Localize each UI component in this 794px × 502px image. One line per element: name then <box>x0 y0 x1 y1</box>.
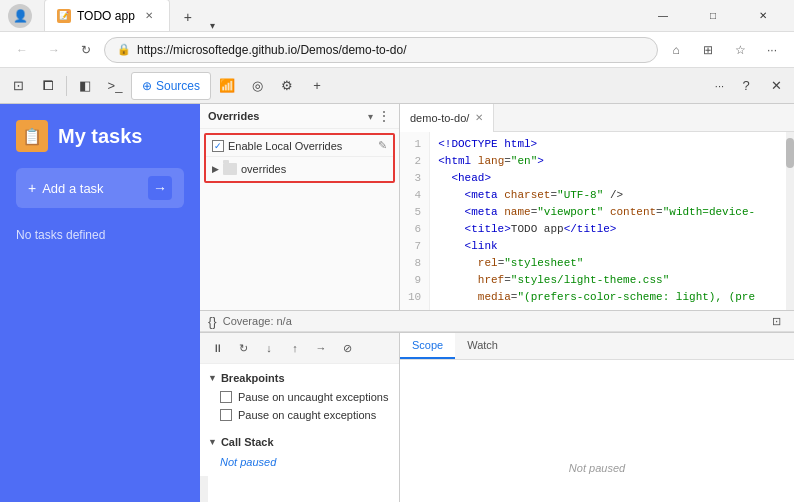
help-button[interactable]: ? <box>732 72 760 100</box>
tab-close-button[interactable]: ✕ <box>141 8 157 24</box>
console-icon[interactable]: >_ <box>101 72 129 100</box>
editor-tab-label: demo-to-do/ <box>410 112 469 124</box>
main-area: 📋 My tasks + Add a task → No tasks defin… <box>0 104 794 502</box>
inspect-element-button[interactable]: ⊡ <box>4 72 32 100</box>
not-paused-text: Not paused <box>208 452 391 472</box>
code-line-9: href="styles/light-theme.css" <box>438 272 778 289</box>
step-into-button[interactable]: ↓ <box>258 337 280 359</box>
todo-header: 📋 My tasks <box>16 120 184 152</box>
code-line-5: <meta name="viewport" content="width=dev… <box>438 204 778 221</box>
step-out-button[interactable]: ↑ <box>284 337 306 359</box>
sources-sidebar: Overrides ▾ ⋮ Enable Local Overrides ✎ ▶ <box>200 104 400 310</box>
user-icon: 👤 <box>8 4 32 28</box>
line-numbers: 12345 678910 <box>400 132 430 310</box>
more-button[interactable]: ··· <box>758 36 786 64</box>
step-over-button[interactable]: ↻ <box>232 337 254 359</box>
network-icon[interactable]: 📶 <box>213 72 241 100</box>
extensions-button[interactable]: ⊞ <box>694 36 722 64</box>
add-tab-icon[interactable]: + <box>303 72 331 100</box>
devtools-panel: Overrides ▾ ⋮ Enable Local Overrides ✎ ▶ <box>200 104 794 502</box>
coverage-icon: {} <box>208 314 217 329</box>
refresh-button[interactable]: ↻ <box>72 36 100 64</box>
bottom-left-content: ▼ Breakpoints Pause on uncaught exceptio… <box>200 364 399 476</box>
pause-uncaught-item: Pause on uncaught exceptions <box>208 388 391 406</box>
coverage-bar: {} Coverage: n/a ⊡ <box>200 311 794 332</box>
todo-title: My tasks <box>58 125 143 148</box>
editor-tab-close[interactable]: ✕ <box>475 112 483 123</box>
performance-icon[interactable]: ◎ <box>243 72 271 100</box>
step-button[interactable]: → <box>310 337 332 359</box>
back-button[interactable]: ← <box>8 36 36 64</box>
tab-title: TODO app <box>77 9 135 23</box>
empty-tasks-message: No tasks defined <box>16 228 184 242</box>
code-content[interactable]: <!DOCTYPE html> <html lang="en"> <head> … <box>430 132 786 310</box>
add-task-label: Add a task <box>42 181 103 196</box>
edit-overrides-icon[interactable]: ✎ <box>378 139 387 152</box>
panel-more-button[interactable]: ⋮ <box>377 108 391 124</box>
sources-sidebar-header: Overrides ▾ ⋮ <box>200 104 399 129</box>
code-line-7: <link <box>438 238 778 255</box>
favorites-button[interactable]: ☆ <box>726 36 754 64</box>
pause-caught-checkbox[interactable] <box>220 409 232 421</box>
enable-overrides-checkbox[interactable] <box>212 140 224 152</box>
pause-uncaught-checkbox[interactable] <box>220 391 232 403</box>
watch-tab[interactable]: Watch <box>455 333 510 359</box>
coverage-action-button[interactable]: ⊡ <box>766 311 786 331</box>
code-line-4: <meta charset="UTF-8" /> <box>438 187 778 204</box>
tab-dropdown-button[interactable]: ▾ <box>206 20 219 31</box>
todo-app-icon: 📋 <box>16 120 48 152</box>
more-tools-button[interactable]: ··· <box>709 72 730 100</box>
bottom-left-scrollbar[interactable] <box>200 476 208 502</box>
window-controls: — □ ✕ <box>640 0 786 32</box>
bottom-toolbar: ⏸ ↻ ↓ ↑ → ⊘ <box>200 333 399 364</box>
lock-icon: 🔒 <box>117 43 131 56</box>
maximize-button[interactable]: □ <box>690 0 736 32</box>
todo-icon-symbol: 📋 <box>22 127 42 146</box>
code-line-6: <title>TODO app</title> <box>438 221 778 238</box>
scope-tab[interactable]: Scope <box>400 333 455 359</box>
tab-bar: 📝 TODO app ✕ + ▾ <box>40 0 640 31</box>
breakpoints-section-header[interactable]: ▼ Breakpoints <box>208 368 391 388</box>
overrides-tree-item[interactable]: ▶ overrides <box>212 161 387 177</box>
coverage-text: Coverage: n/a <box>223 315 292 327</box>
breakpoints-arrow: ▼ <box>208 373 217 383</box>
enable-overrides-row: Enable Local Overrides ✎ <box>206 135 393 157</box>
deactivate-breakpoints-button[interactable]: ⊘ <box>336 337 358 359</box>
device-emulation-button[interactable]: ⧠ <box>34 72 62 100</box>
call-stack-section-header[interactable]: ▼ Call Stack <box>208 432 391 452</box>
devtools-bottom: ⏸ ↻ ↓ ↑ → ⊘ ▼ Breakpoints Pause on uncau… <box>200 332 794 502</box>
panel-dropdown-button[interactable]: ▾ <box>368 111 373 122</box>
code-line-8: rel="stylesheet" <box>438 255 778 272</box>
url-text: https://microsoftedge.github.io/Demos/de… <box>137 43 645 57</box>
editor-lines: 12345 678910 <!DOCTYPE html> <html lang=… <box>400 132 794 310</box>
new-tab-button[interactable]: + <box>172 3 204 31</box>
sources-tab[interactable]: ⊕ Sources <box>131 72 211 100</box>
editor-scrollbar[interactable] <box>786 132 794 310</box>
settings-icon[interactable]: ⚙ <box>273 72 301 100</box>
home-button[interactable]: ⌂ <box>662 36 690 64</box>
editor-tab[interactable]: demo-to-do/ ✕ <box>400 104 494 132</box>
active-tab[interactable]: 📝 TODO app ✕ <box>44 0 170 31</box>
sources-top: Overrides ▾ ⋮ Enable Local Overrides ✎ ▶ <box>200 104 794 311</box>
plus-icon: + <box>28 180 36 196</box>
address-bar[interactable]: 🔒 https://microsoftedge.github.io/Demos/… <box>104 37 658 63</box>
close-button[interactable]: ✕ <box>740 0 786 32</box>
overrides-section: Enable Local Overrides ✎ ▶ overrides <box>204 133 395 183</box>
overrides-tree: ▶ overrides <box>206 157 393 181</box>
elements-icon[interactable]: ◧ <box>71 72 99 100</box>
breakpoints-panel: ⏸ ↻ ↓ ↑ → ⊘ ▼ Breakpoints Pause on uncau… <box>200 333 400 502</box>
pause-caught-label: Pause on caught exceptions <box>238 409 376 421</box>
scope-watch-tabs: Scope Watch <box>400 333 794 360</box>
code-line-3: <head> <box>438 170 778 187</box>
sources-editor: demo-to-do/ ✕ 12345 678910 <!DOCTYPE htm… <box>400 104 794 310</box>
minimize-button[interactable]: — <box>640 0 686 32</box>
title-bar: 👤 📝 TODO app ✕ + ▾ — □ ✕ <box>0 0 794 32</box>
close-devtools-button[interactable]: ✕ <box>762 72 790 100</box>
todo-panel: 📋 My tasks + Add a task → No tasks defin… <box>0 104 200 502</box>
pause-button[interactable]: ⏸ <box>206 337 228 359</box>
add-task-label-area: + Add a task <box>28 180 104 196</box>
forward-button[interactable]: → <box>40 36 68 64</box>
add-task-button[interactable]: + Add a task → <box>16 168 184 208</box>
editor-content: 12345 678910 <!DOCTYPE html> <html lang=… <box>400 132 794 310</box>
scope-watch-panel: Scope Watch Not paused <box>400 333 794 502</box>
